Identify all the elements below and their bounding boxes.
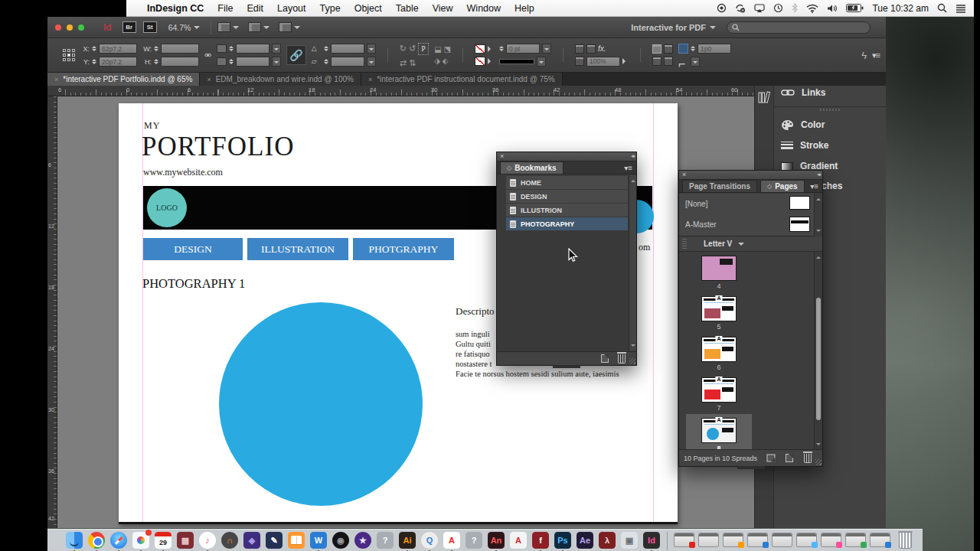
bookmarks-scrollbar[interactable] [629,175,636,351]
nav-button[interactable]: DESIGN [143,238,243,260]
select-content-icon[interactable]: ⬔ [444,45,451,54]
shear-angle-dropdown[interactable] [367,57,376,67]
transparency-icon[interactable] [586,44,596,54]
quick-apply-icon[interactable]: ϟ [861,50,867,61]
minimized-window-thumbnail[interactable] [796,533,817,547]
dock-app-icon[interactable]: ▦ [177,532,194,549]
nav-button[interactable]: PHOTGRAPHY [353,238,454,260]
screen-mode-button[interactable] [248,22,270,32]
scale-y-field[interactable] [236,57,270,67]
sync-icon[interactable] [735,3,746,13]
new-page-icon[interactable] [786,454,793,462]
corner-options-icon[interactable] [678,44,688,54]
menu-item[interactable]: File [211,3,240,14]
website-text[interactable]: www.mywebsite.com [143,167,223,178]
bridge-button[interactable]: Br [122,21,136,33]
menu-item[interactable]: Window [460,3,508,14]
stroke-type-dropdown[interactable] [537,57,546,67]
resize-grip[interactable] [815,459,822,465]
dock-app-icon[interactable]: Ps [554,532,571,549]
nav-button[interactable]: ILLUSTRATION [247,238,348,260]
scrollbar-thumb[interactable] [816,298,821,420]
collapse-panel-icon[interactable]: ◂◂ [631,153,633,159]
logo-circle[interactable]: LOGO [147,188,187,227]
wifi-icon[interactable] [806,4,818,13]
y-position-field[interactable]: 20p7.2 [99,57,137,67]
stroke-weight-field[interactable]: 0 pt [506,44,540,54]
page-heading[interactable]: PHOTOGRAPHY 1 [142,276,245,292]
wrap-bounding-box-icon[interactable] [664,44,673,54]
books-icon[interactable] [758,91,771,103]
master-thumbnail[interactable] [789,196,810,210]
flip-vertical-icon[interactable]: ⇅ [409,58,416,68]
dock-app-icon[interactable]: Ae [577,532,593,549]
document-tab[interactable]: × *interactive PDF Portfolio.indd @ 65% [47,73,200,86]
dock-app-icon[interactable]: ♪ [199,532,216,549]
menu-clock[interactable]: Tue 10:32 am [872,3,929,14]
wrap-object-shape-icon[interactable] [652,57,662,66]
height-field[interactable] [161,57,199,67]
delete-page-icon[interactable] [804,454,812,463]
menu-item[interactable]: Type [313,3,348,14]
close-panel-icon[interactable]: × [500,152,504,160]
dock-app-icon[interactable]: ★ [354,532,371,549]
rotate-90-cw-icon[interactable]: ↻ [400,44,407,54]
volume-icon[interactable] [827,4,838,13]
dock-app-icon[interactable]: ◉ [332,532,349,549]
reference-point-proxy[interactable] [63,49,75,61]
menu-item[interactable]: Object [348,3,389,14]
notification-center-icon[interactable] [956,4,966,13]
edit-page-size-icon[interactable] [767,455,776,462]
airplay-icon[interactable] [754,4,765,13]
dock-app-icon[interactable]: An [488,532,505,549]
workspace-switcher[interactable]: Interactive for PDF [631,23,716,32]
page-item[interactable]: A 5 [686,292,752,333]
master-row[interactable]: [None] [679,194,822,214]
close-tab-icon[interactable]: × [368,76,372,83]
minimized-window-thumbnail[interactable] [747,533,768,547]
brand-large-text[interactable]: PORTFOLIO [142,132,294,162]
select-container-icon[interactable]: ⬓ [434,45,441,54]
bookmarks-tab[interactable]: ◇ Bookmarks [500,161,564,174]
panel-menu-icon[interactable]: ▾≡ [624,164,632,172]
menu-item[interactable]: View [426,3,460,14]
jump-object-icon[interactable] [664,57,673,66]
stroke-type-preview[interactable] [499,59,534,64]
stroke-flyout-arrow[interactable] [488,58,494,64]
page-transitions-tab[interactable]: Page Transitions [682,180,757,192]
dock-app-icon[interactable]: λ [599,532,616,549]
menu-item[interactable]: InDesign CC [140,3,211,14]
minimized-window-thumbnail[interactable] [723,533,743,547]
document-tab[interactable]: × EDM_breakdown and wire.indd @ 100% [200,73,361,86]
search-input[interactable] [727,21,871,34]
corner-radius-field[interactable]: 1p0 [697,44,731,54]
close-tab-icon[interactable]: × [207,76,211,83]
opacity-flyout[interactable] [622,58,629,64]
scroll-up-icon[interactable] [816,254,821,259]
size-preset-dropdown[interactable]: Letter V [704,240,732,248]
vertical-ruler[interactable]: 6121824303642 [47,96,57,528]
menu-item[interactable]: Help [508,3,541,14]
flip-horizontal-icon[interactable]: ⇄ [400,58,407,68]
dock-app-icon[interactable]: W [310,532,327,549]
time-machine-icon[interactable] [773,3,783,13]
page-item[interactable]: 4 [686,252,752,292]
delete-bookmark-icon[interactable] [618,354,626,364]
corner-shape-dropdown[interactable] [691,57,700,67]
rotate-90-ccw-icon[interactable]: ↺ [409,44,416,54]
pages-tab[interactable]: ◇ Pages [760,180,805,192]
menu-item[interactable]: Table [389,3,426,14]
color-panel-button[interactable]: Color [774,116,886,134]
dock-app-icon[interactable]: ▣ [621,532,638,549]
bookmark-item[interactable]: HOME [506,176,628,189]
dock-app-icon[interactable]: A [443,532,460,549]
scroll-up-icon[interactable] [631,178,635,182]
dock-app-icon[interactable]: f [532,532,549,549]
close-panel-icon[interactable]: × [682,171,686,178]
dock-app-icon[interactable] [66,532,83,549]
minimized-window-thumbnail[interactable] [845,533,866,547]
minimized-window-thumbnail[interactable] [698,533,719,547]
dock-app-icon[interactable]: Ai [399,532,416,549]
opacity-icon[interactable] [575,57,584,66]
dock-app-icon[interactable]: ? [466,532,482,549]
